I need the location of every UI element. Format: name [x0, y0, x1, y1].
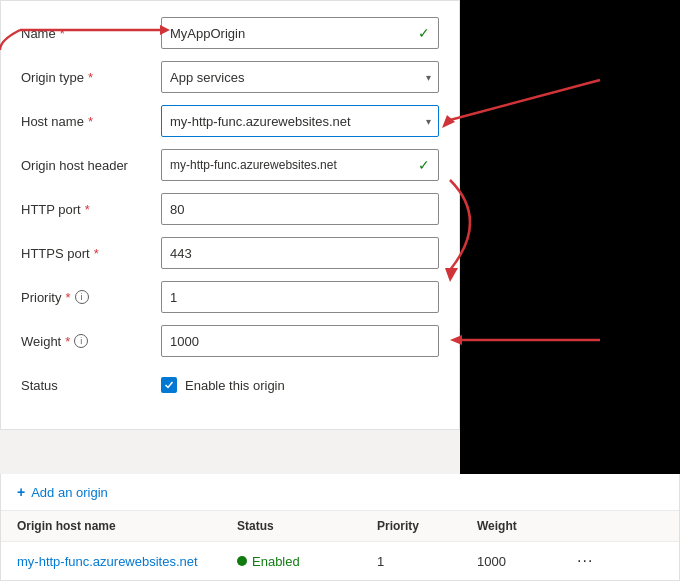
name-required: * [60, 26, 65, 41]
priority-label: Priority * i [21, 290, 161, 305]
host-name-select[interactable]: my-http-func.azurewebsites.net [161, 105, 439, 137]
origin-type-required: * [88, 70, 93, 85]
origin-host-header-input[interactable] [170, 158, 414, 172]
priority-label-text: Priority [21, 290, 61, 305]
host-name-label-text: Host name [21, 114, 84, 129]
col-status: Status [237, 519, 377, 533]
origin-type-select-wrapper[interactable]: App services ▾ [161, 61, 439, 93]
name-label: Name * [21, 26, 161, 41]
col-origin-host-name: Origin host name [17, 519, 237, 533]
origin-form-panel: Name * ✓ Origin type * App services [0, 0, 460, 430]
origin-host-header-label: Origin host header [21, 158, 161, 173]
row-ellipsis-button[interactable]: ··· [577, 552, 593, 569]
host-name-select-wrapper[interactable]: my-http-func.azurewebsites.net ▾ [161, 105, 439, 137]
name-label-text: Name [21, 26, 56, 41]
status-label: Status [21, 378, 161, 393]
enable-origin-wrapper: Enable this origin [161, 377, 285, 393]
https-port-label-text: HTTPS port [21, 246, 90, 261]
status-dot-icon [237, 556, 247, 566]
origin-type-label: Origin type * [21, 70, 161, 85]
name-check-icon: ✓ [418, 25, 430, 41]
origin-host-header-row: Origin host header ✓ [21, 149, 439, 181]
host-name-required: * [88, 114, 93, 129]
status-text: Enabled [252, 554, 300, 569]
priority-required: * [65, 290, 70, 305]
row-ellipsis[interactable]: ··· [577, 552, 617, 570]
table-row: my-http-func.azurewebsites.net Enabled 1… [1, 542, 679, 580]
host-name-label: Host name * [21, 114, 161, 129]
enable-origin-label: Enable this origin [185, 378, 285, 393]
enable-origin-checkbox[interactable] [161, 377, 177, 393]
right-black-panel [460, 0, 680, 474]
col-weight: Weight [477, 519, 577, 533]
add-plus-icon: + [17, 484, 25, 500]
table-header: Origin host name Status Priority Weight [1, 511, 679, 542]
http-port-label: HTTP port * [21, 202, 161, 217]
col-actions [577, 519, 617, 533]
https-port-input[interactable] [161, 237, 439, 269]
origin-type-label-text: Origin type [21, 70, 84, 85]
status-label-text: Status [21, 378, 58, 393]
host-name-row: Host name * my-http-func.azurewebsites.n… [21, 105, 439, 137]
priority-row: Priority * i [21, 281, 439, 313]
origin-host-header-input-wrapper[interactable]: ✓ [161, 149, 439, 181]
weight-label: Weight * i [21, 334, 161, 349]
name-input[interactable] [170, 26, 414, 41]
add-origin-label: Add an origin [31, 485, 108, 500]
weight-required: * [65, 334, 70, 349]
row-status: Enabled [237, 554, 377, 569]
row-priority: 1 [377, 554, 477, 569]
https-port-row: HTTPS port * [21, 237, 439, 269]
origin-type-select[interactable]: App services [161, 61, 439, 93]
http-port-input[interactable] [161, 193, 439, 225]
weight-row: Weight * i [21, 325, 439, 357]
origin-type-row: Origin type * App services ▾ [21, 61, 439, 93]
status-enabled-badge: Enabled [237, 554, 377, 569]
priority-input[interactable] [161, 281, 439, 313]
status-row: Status Enable this origin [21, 369, 439, 401]
weight-info-icon[interactable]: i [74, 334, 88, 348]
row-weight: 1000 [477, 554, 577, 569]
origin-host-link[interactable]: my-http-func.azurewebsites.net [17, 554, 198, 569]
origin-host-header-label-text: Origin host header [21, 158, 128, 173]
priority-info-icon[interactable]: i [75, 290, 89, 304]
row-origin-host-name: my-http-func.azurewebsites.net [17, 554, 237, 569]
https-port-label: HTTPS port * [21, 246, 161, 261]
col-priority: Priority [377, 519, 477, 533]
http-port-required: * [85, 202, 90, 217]
name-row: Name * ✓ [21, 17, 439, 49]
weight-input[interactable] [161, 325, 439, 357]
http-port-label-text: HTTP port [21, 202, 81, 217]
name-input-wrapper[interactable]: ✓ [161, 17, 439, 49]
origin-host-header-check-icon: ✓ [418, 157, 430, 173]
http-port-row: HTTP port * [21, 193, 439, 225]
https-port-required: * [94, 246, 99, 261]
add-origin-button[interactable]: + Add an origin [1, 474, 679, 511]
origins-table-panel: + Add an origin Origin host name Status … [0, 474, 680, 581]
weight-label-text: Weight [21, 334, 61, 349]
